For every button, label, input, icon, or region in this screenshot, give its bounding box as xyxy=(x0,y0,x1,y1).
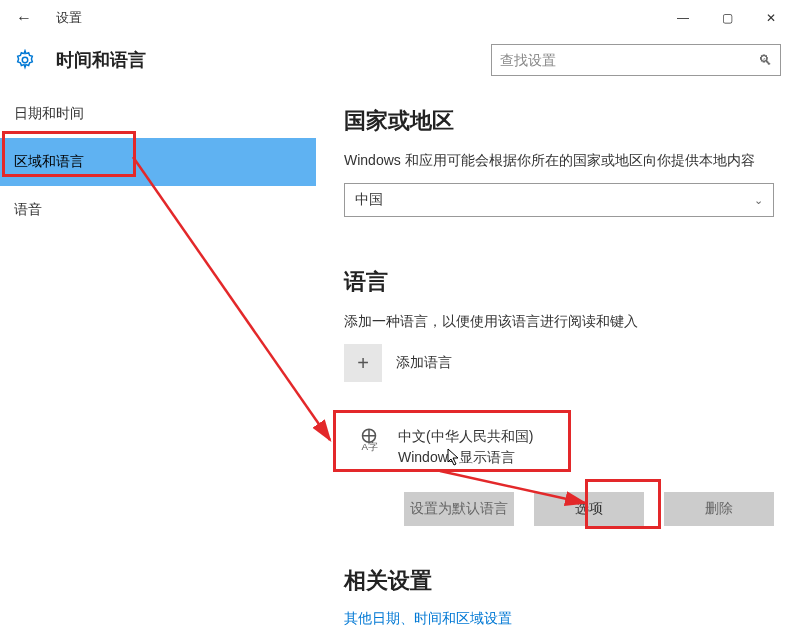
sidebar-item-label: 区域和语言 xyxy=(14,153,84,171)
language-heading: 语言 xyxy=(344,267,783,297)
close-button[interactable]: ✕ xyxy=(749,0,793,36)
mouse-cursor-icon xyxy=(447,448,461,469)
language-subtitle: Windows 显示语言 xyxy=(398,447,533,468)
maximize-icon: ▢ xyxy=(722,11,733,25)
options-button[interactable]: 选项 xyxy=(534,492,644,526)
region-heading: 国家或地区 xyxy=(344,106,783,136)
plus-icon: + xyxy=(357,352,369,375)
language-description: 添加一种语言，以便使用该语言进行阅读和键入 xyxy=(344,311,783,332)
close-icon: ✕ xyxy=(766,11,776,25)
set-default-button: 设置为默认语言 xyxy=(404,492,514,526)
gear-icon xyxy=(12,47,38,73)
country-dropdown[interactable]: 中国 ⌄ xyxy=(344,183,774,217)
sidebar-item-region-language[interactable]: 区域和语言 xyxy=(0,138,316,186)
language-item-chinese[interactable]: A字 中文(中华人民共和国) Windows 显示语言 xyxy=(344,416,774,478)
search-box[interactable]: 🔍︎ xyxy=(491,44,781,76)
region-description: Windows 和应用可能会根据你所在的国家或地区向你提供本地内容 xyxy=(344,150,783,171)
svg-point-0 xyxy=(22,57,28,63)
sidebar-item-datetime[interactable]: 日期和时间 xyxy=(0,90,316,138)
related-heading: 相关设置 xyxy=(344,566,783,596)
remove-button: 删除 xyxy=(664,492,774,526)
add-language-label: 添加语言 xyxy=(396,354,452,372)
arrow-left-icon: ← xyxy=(16,9,32,27)
sidebar-item-label: 语音 xyxy=(14,201,42,219)
sidebar-item-label: 日期和时间 xyxy=(14,105,84,123)
back-button[interactable]: ← xyxy=(4,0,44,36)
maximize-button[interactable]: ▢ xyxy=(705,0,749,36)
sidebar-item-speech[interactable]: 语音 xyxy=(0,186,316,234)
language-globe-icon: A字 xyxy=(356,426,382,452)
minimize-button[interactable]: — xyxy=(661,0,705,36)
page-title: 时间和语言 xyxy=(56,48,146,72)
search-icon: 🔍︎ xyxy=(758,52,772,68)
window-title: 设置 xyxy=(44,9,82,27)
button-label: 选项 xyxy=(575,500,603,518)
related-link-other-date-time[interactable]: 其他日期、时间和区域设置 xyxy=(344,610,783,628)
language-name: 中文(中华人民共和国) xyxy=(398,426,533,447)
search-input[interactable] xyxy=(500,52,758,68)
button-label: 删除 xyxy=(705,500,733,518)
button-label: 设置为默认语言 xyxy=(410,500,508,518)
add-language-button[interactable]: + xyxy=(344,344,382,382)
svg-text:A字: A字 xyxy=(361,441,378,452)
country-selected-value: 中国 xyxy=(355,191,383,209)
chevron-down-icon: ⌄ xyxy=(754,194,763,207)
minimize-icon: — xyxy=(677,11,689,25)
